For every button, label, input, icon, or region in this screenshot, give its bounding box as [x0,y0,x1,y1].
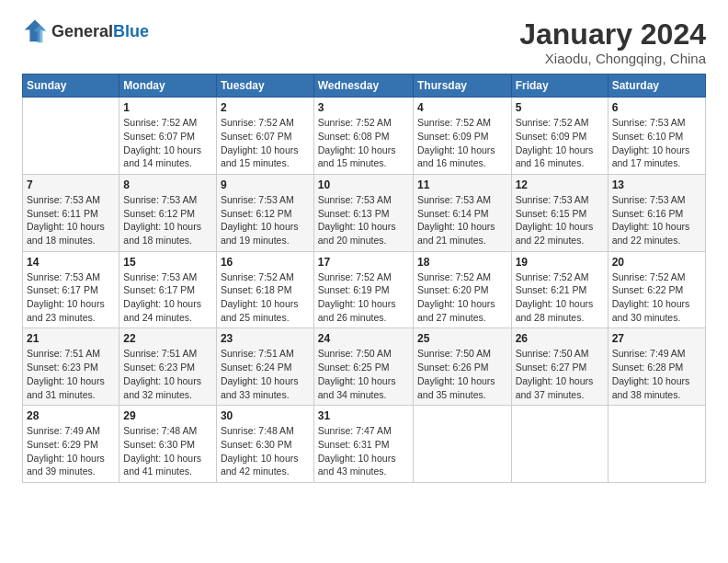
day-cell: 9 Sunrise: 7:53 AMSunset: 6:12 PMDayligh… [216,174,313,251]
weekday-header-row: Sunday Monday Tuesday Wednesday Thursday… [23,75,706,98]
day-number: 20 [612,256,701,269]
day-number: 14 [27,256,115,269]
header-wednesday: Wednesday [313,75,413,98]
day-cell: 7 Sunrise: 7:53 AMSunset: 6:11 PMDayligh… [23,174,119,251]
day-info: Sunrise: 7:49 AMSunset: 6:29 PMDaylight:… [27,425,105,477]
day-cell: 3 Sunrise: 7:52 AMSunset: 6:08 PMDayligh… [313,98,413,175]
day-cell [608,406,705,483]
day-cell: 2 Sunrise: 7:52 AMSunset: 6:07 PMDayligh… [216,98,313,175]
day-number: 11 [417,178,507,191]
day-number: 2 [221,101,310,114]
calendar-table: Sunday Monday Tuesday Wednesday Thursday… [22,74,706,483]
day-info: Sunrise: 7:51 AMSunset: 6:23 PMDaylight:… [27,348,105,399]
day-info: Sunrise: 7:51 AMSunset: 6:23 PMDaylight:… [123,348,201,399]
day-cell: 6 Sunrise: 7:53 AMSunset: 6:10 PMDayligh… [608,98,705,175]
day-info: Sunrise: 7:52 AMSunset: 6:09 PMDaylight:… [417,117,495,168]
logo: GeneralBlue [22,18,149,44]
day-info: Sunrise: 7:53 AMSunset: 6:13 PMDaylight:… [318,194,396,246]
day-cell: 14 Sunrise: 7:53 AMSunset: 6:17 PMDaylig… [23,251,119,328]
day-info: Sunrise: 7:52 AMSunset: 6:18 PMDaylight:… [221,271,299,323]
day-info: Sunrise: 7:53 AMSunset: 6:17 PMDaylight:… [27,271,105,323]
header-monday: Monday [119,75,217,98]
title-area: January 2024 Xiaodu, Chongqing, China [519,18,706,66]
day-cell: 27 Sunrise: 7:49 AMSunset: 6:28 PMDaylig… [608,328,705,406]
day-cell: 4 Sunrise: 7:52 AMSunset: 6:09 PMDayligh… [413,98,511,175]
week-row-0: 1 Sunrise: 7:52 AMSunset: 6:07 PMDayligh… [23,98,706,175]
day-number: 12 [516,178,604,191]
day-cell: 1 Sunrise: 7:52 AMSunset: 6:07 PMDayligh… [119,98,217,175]
day-number: 3 [318,101,409,114]
day-cell: 31 Sunrise: 7:47 AMSunset: 6:31 PMDaylig… [313,406,413,483]
day-number: 27 [612,332,701,345]
day-cell: 15 Sunrise: 7:53 AMSunset: 6:17 PMDaylig… [119,251,217,328]
day-cell: 10 Sunrise: 7:53 AMSunset: 6:13 PMDaylig… [313,174,413,251]
day-info: Sunrise: 7:51 AMSunset: 6:24 PMDaylight:… [221,348,299,399]
day-number: 24 [318,332,409,345]
day-info: Sunrise: 7:53 AMSunset: 6:11 PMDaylight:… [27,194,105,246]
day-info: Sunrise: 7:50 AMSunset: 6:26 PMDaylight:… [417,348,495,399]
day-cell [23,98,119,175]
day-info: Sunrise: 7:52 AMSunset: 6:22 PMDaylight:… [612,271,690,323]
day-cell: 20 Sunrise: 7:52 AMSunset: 6:22 PMDaylig… [608,251,705,328]
day-cell: 24 Sunrise: 7:50 AMSunset: 6:25 PMDaylig… [313,328,413,406]
day-cell: 13 Sunrise: 7:53 AMSunset: 6:16 PMDaylig… [608,174,705,251]
day-number: 18 [417,256,507,269]
day-info: Sunrise: 7:52 AMSunset: 6:19 PMDaylight:… [318,271,396,323]
day-number: 4 [417,101,507,114]
day-info: Sunrise: 7:52 AMSunset: 6:21 PMDaylight:… [516,271,594,323]
header-thursday: Thursday [413,75,511,98]
day-info: Sunrise: 7:48 AMSunset: 6:30 PMDaylight:… [123,425,201,477]
day-info: Sunrise: 7:53 AMSunset: 6:12 PMDaylight:… [221,194,299,246]
day-number: 22 [123,332,212,345]
day-info: Sunrise: 7:49 AMSunset: 6:28 PMDaylight:… [612,348,690,399]
day-info: Sunrise: 7:52 AMSunset: 6:09 PMDaylight:… [516,117,594,168]
header-sunday: Sunday [23,75,119,98]
day-cell: 18 Sunrise: 7:52 AMSunset: 6:20 PMDaylig… [413,251,511,328]
day-number: 17 [318,256,409,269]
day-number: 28 [27,409,115,422]
day-number: 31 [318,409,409,422]
day-number: 5 [516,101,604,114]
day-number: 21 [27,332,115,345]
day-cell: 12 Sunrise: 7:53 AMSunset: 6:15 PMDaylig… [511,174,608,251]
day-number: 7 [27,178,115,191]
day-cell: 19 Sunrise: 7:52 AMSunset: 6:21 PMDaylig… [511,251,608,328]
day-cell: 25 Sunrise: 7:50 AMSunset: 6:26 PMDaylig… [413,328,511,406]
week-row-3: 21 Sunrise: 7:51 AMSunset: 6:23 PMDaylig… [23,328,706,406]
day-info: Sunrise: 7:52 AMSunset: 6:20 PMDaylight:… [417,271,495,323]
day-info: Sunrise: 7:50 AMSunset: 6:27 PMDaylight:… [516,348,594,399]
day-info: Sunrise: 7:50 AMSunset: 6:25 PMDaylight:… [318,348,396,399]
day-number: 29 [123,409,212,422]
header-saturday: Saturday [608,75,705,98]
day-info: Sunrise: 7:48 AMSunset: 6:30 PMDaylight:… [221,425,299,477]
day-number: 25 [417,332,507,345]
day-info: Sunrise: 7:53 AMSunset: 6:14 PMDaylight:… [417,194,495,246]
day-info: Sunrise: 7:53 AMSunset: 6:10 PMDaylight:… [612,117,690,168]
header: GeneralBlue January 2024 Xiaodu, Chongqi… [22,18,706,66]
page: GeneralBlue January 2024 Xiaodu, Chongqi… [0,0,728,498]
logo-blue: Blue [113,22,149,40]
day-cell: 5 Sunrise: 7:52 AMSunset: 6:09 PMDayligh… [511,98,608,175]
logo-general: General [51,22,113,40]
day-info: Sunrise: 7:53 AMSunset: 6:17 PMDaylight:… [123,271,201,323]
day-number: 1 [123,101,212,114]
day-cell: 21 Sunrise: 7:51 AMSunset: 6:23 PMDaylig… [23,328,119,406]
header-tuesday: Tuesday [216,75,313,98]
day-cell [413,406,511,483]
day-info: Sunrise: 7:52 AMSunset: 6:08 PMDaylight:… [318,117,396,168]
week-row-2: 14 Sunrise: 7:53 AMSunset: 6:17 PMDaylig… [23,251,706,328]
day-info: Sunrise: 7:53 AMSunset: 6:15 PMDaylight:… [516,194,594,246]
day-cell: 30 Sunrise: 7:48 AMSunset: 6:30 PMDaylig… [216,406,313,483]
day-info: Sunrise: 7:47 AMSunset: 6:31 PMDaylight:… [318,425,396,477]
day-cell: 8 Sunrise: 7:53 AMSunset: 6:12 PMDayligh… [119,174,217,251]
week-row-4: 28 Sunrise: 7:49 AMSunset: 6:29 PMDaylig… [23,406,706,483]
subtitle: Xiaodu, Chongqing, China [519,51,706,66]
logo-icon [22,18,48,44]
day-info: Sunrise: 7:53 AMSunset: 6:12 PMDaylight:… [123,194,201,246]
day-number: 15 [123,256,212,269]
day-info: Sunrise: 7:52 AMSunset: 6:07 PMDaylight:… [123,117,201,168]
header-friday: Friday [511,75,608,98]
day-number: 10 [318,178,409,191]
day-info: Sunrise: 7:52 AMSunset: 6:07 PMDaylight:… [221,117,299,168]
day-number: 9 [221,178,310,191]
